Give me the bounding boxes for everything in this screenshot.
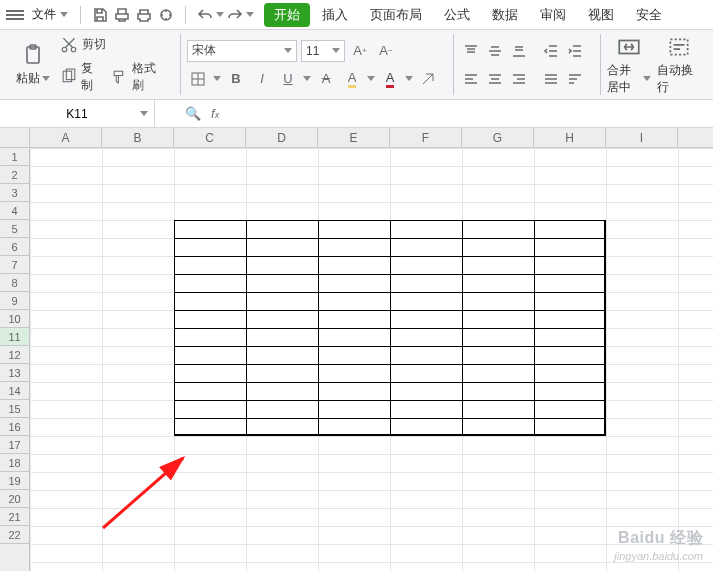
name-box-input[interactable] (27, 106, 127, 122)
row-header[interactable]: 22 (0, 526, 29, 544)
row-header[interactable]: 18 (0, 454, 29, 472)
row-header[interactable]: 16 (0, 418, 29, 436)
row-header[interactable]: 6 (0, 238, 29, 256)
tab-data[interactable]: 数据 (482, 3, 528, 27)
column-header[interactable]: A (30, 128, 102, 147)
print-button[interactable] (133, 4, 155, 26)
file-menu[interactable]: 文件 (28, 4, 72, 25)
tab-home[interactable]: 开始 (264, 3, 310, 27)
bold-button[interactable]: B (225, 68, 247, 90)
chevron-down-icon[interactable] (367, 76, 375, 81)
column-header[interactable]: I (606, 128, 678, 147)
row-header[interactable]: 7 (0, 256, 29, 274)
tab-insert[interactable]: 插入 (312, 3, 358, 27)
row-header[interactable]: 8 (0, 274, 29, 292)
undo-button[interactable] (194, 4, 216, 26)
column-header[interactable]: D (246, 128, 318, 147)
formula-input[interactable] (229, 100, 713, 127)
align-right-button[interactable] (508, 68, 530, 90)
cell-grid[interactable] (30, 148, 713, 571)
chevron-down-icon (60, 12, 68, 17)
select-all-corner[interactable] (0, 128, 30, 148)
menu-hamburger-icon[interactable] (6, 10, 24, 20)
row-header[interactable]: 11 (0, 328, 29, 346)
chevron-down-icon (42, 76, 50, 81)
bordered-range (174, 220, 606, 436)
align-center-button[interactable] (484, 68, 506, 90)
align-bottom-button[interactable] (508, 40, 530, 62)
orientation-button[interactable] (564, 68, 586, 90)
tab-view[interactable]: 视图 (578, 3, 624, 27)
column-headers[interactable]: A B C D E F G H I (30, 128, 713, 148)
decrease-indent-button[interactable] (540, 40, 562, 62)
column-header[interactable]: H (534, 128, 606, 147)
decrease-font-button[interactable]: A− (375, 40, 397, 62)
wrap-text-button[interactable]: 自动换行 (657, 34, 701, 96)
row-header[interactable]: 13 (0, 364, 29, 382)
row-header[interactable]: 1 (0, 148, 29, 166)
save-button[interactable] (89, 4, 111, 26)
row-header[interactable]: 12 (0, 346, 29, 364)
chevron-down-icon[interactable] (303, 76, 311, 81)
chevron-down-icon[interactable] (216, 12, 224, 17)
spreadsheet[interactable]: A B C D E F G H I 1 2 3 4 5 6 7 8 9 10 1… (0, 128, 713, 571)
row-header[interactable]: 3 (0, 184, 29, 202)
borders-button[interactable] (187, 68, 209, 90)
column-header[interactable]: B (102, 128, 174, 147)
column-header[interactable]: F (390, 128, 462, 147)
row-header[interactable]: 5 (0, 220, 29, 238)
fx-icon[interactable]: fx (211, 106, 219, 121)
chevron-down-icon[interactable] (405, 76, 413, 81)
paste-label: 粘贴 (16, 70, 40, 87)
align-top-button[interactable] (460, 40, 482, 62)
print-preview-button[interactable] (111, 4, 133, 26)
merge-center-button[interactable]: 合并居中 (607, 34, 651, 96)
italic-button[interactable]: I (251, 68, 273, 90)
quick-action-button[interactable] (155, 4, 177, 26)
row-header[interactable]: 21 (0, 508, 29, 526)
cut-button[interactable]: 剪切 (60, 36, 166, 54)
tab-security[interactable]: 安全 (626, 3, 672, 27)
format-painter-button[interactable]: 格式刷 (111, 60, 166, 94)
row-header[interactable]: 14 (0, 382, 29, 400)
tab-page-layout[interactable]: 页面布局 (360, 3, 432, 27)
name-box[interactable] (0, 100, 155, 127)
align-middle-button[interactable] (484, 40, 506, 62)
column-header[interactable]: E (318, 128, 390, 147)
strikethrough-button[interactable]: A (315, 68, 337, 90)
row-header[interactable]: 19 (0, 472, 29, 490)
row-header[interactable]: 2 (0, 166, 29, 184)
column-header[interactable]: G (462, 128, 534, 147)
tab-formulas[interactable]: 公式 (434, 3, 480, 27)
font-name-combo[interactable]: 宋体 (187, 40, 297, 62)
svg-point-3 (62, 47, 67, 52)
row-header[interactable]: 10 (0, 310, 29, 328)
chevron-down-icon[interactable] (213, 76, 221, 81)
row-headers[interactable]: 1 2 3 4 5 6 7 8 9 10 11 12 13 14 15 16 1… (0, 148, 30, 571)
tab-review[interactable]: 审阅 (530, 3, 576, 27)
row-header[interactable]: 15 (0, 400, 29, 418)
clipboard-icon (20, 42, 46, 68)
align-left-button[interactable] (460, 68, 482, 90)
justify-button[interactable] (540, 68, 562, 90)
ribbon: 粘贴 剪切 复制 格式刷 宋体 (0, 30, 713, 100)
row-header[interactable]: 17 (0, 436, 29, 454)
paste-button[interactable]: 粘贴 (12, 42, 54, 87)
zoom-icon[interactable]: 🔍 (185, 106, 201, 121)
increase-indent-button[interactable] (564, 40, 586, 62)
chevron-down-icon[interactable] (140, 111, 148, 116)
row-header[interactable]: 20 (0, 490, 29, 508)
clear-format-button[interactable] (417, 68, 439, 90)
row-header[interactable]: 4 (0, 202, 29, 220)
underline-button[interactable]: U (277, 68, 299, 90)
row-header[interactable]: 9 (0, 292, 29, 310)
font-color-button[interactable]: A (379, 68, 401, 90)
copy-button[interactable]: 复制 (60, 60, 103, 94)
increase-font-button[interactable]: A+ (349, 40, 371, 62)
column-header[interactable]: C (174, 128, 246, 147)
redo-button[interactable] (224, 4, 246, 26)
menu-bar: 文件 开始 插入 页面布局 公式 数据 审阅 视图 安全 (0, 0, 713, 30)
chevron-down-icon[interactable] (246, 12, 254, 17)
fill-color-button[interactable]: A (341, 68, 363, 90)
font-size-combo[interactable]: 11 (301, 40, 345, 62)
